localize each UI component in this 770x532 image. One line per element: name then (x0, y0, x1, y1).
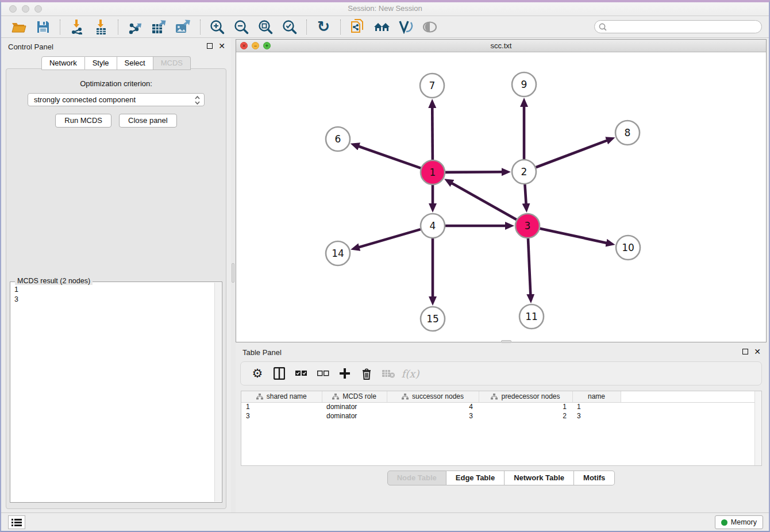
table-cell[interactable]: 3 (241, 411, 322, 421)
delete-table-icon[interactable] (380, 365, 397, 382)
save-session-icon[interactable] (35, 19, 51, 35)
table-cell[interactable]: dominator (322, 411, 387, 421)
graph-node-7[interactable]: 7 (420, 74, 444, 98)
homes-icon[interactable] (374, 19, 390, 35)
float-table-panel-icon[interactable] (742, 349, 748, 354)
close-panel-button[interactable]: Close panel (119, 114, 177, 128)
graph-node-8[interactable]: 8 (615, 121, 640, 145)
graph-edge-3-10[interactable] (540, 229, 607, 243)
select-all-icon[interactable] (292, 365, 310, 382)
clone-network-icon[interactable] (349, 19, 365, 35)
zoom-out-icon[interactable] (233, 19, 249, 35)
tab-node-table[interactable]: Node Table (387, 471, 446, 485)
export-table-icon[interactable] (151, 19, 167, 35)
tab-select[interactable]: Select (117, 56, 153, 70)
search-input[interactable] (594, 20, 762, 33)
memory-button[interactable]: Memory (715, 515, 763, 529)
run-mcds-button[interactable]: Run MCDS (55, 114, 111, 128)
network-graph[interactable]: 7968124314101511 (236, 52, 768, 342)
graph-node-4[interactable]: 4 (421, 214, 445, 238)
column-header-successor-nodes[interactable]: successor nodes (387, 391, 479, 402)
table-row[interactable]: 3dominator323 (241, 411, 761, 421)
graph-node-1[interactable]: 1 (421, 160, 445, 184)
control-panel-header: Control Panel ✕ (1, 38, 231, 55)
add-row-icon[interactable] (336, 365, 353, 382)
column-header-predecessor-nodes[interactable]: predecessor nodes (479, 391, 572, 402)
svg-text:7: 7 (429, 80, 436, 91)
import-table-icon[interactable] (93, 19, 109, 35)
graph-node-11[interactable]: 11 (519, 304, 544, 329)
open-file-icon[interactable] (11, 19, 27, 35)
table-cell[interactable]: 2 (479, 411, 572, 421)
table-header-row: shared name MCDS role successor nodes pr… (241, 391, 761, 402)
tab-style[interactable]: Style (85, 56, 117, 70)
vizmapper-icon[interactable] (398, 19, 414, 35)
table-cell[interactable]: 3 (572, 411, 621, 421)
table-cell-empty (621, 402, 761, 411)
zoom-in-icon[interactable] (209, 19, 225, 35)
graph-edge-4-14[interactable] (359, 229, 421, 248)
graph-node-9[interactable]: 9 (512, 72, 536, 97)
columns-icon[interactable] (271, 365, 288, 382)
graph-edge-1-6[interactable] (358, 146, 421, 168)
graph-node-2[interactable]: 2 (512, 160, 536, 184)
graph-edge-1-7[interactable] (432, 107, 433, 160)
graph-node-3[interactable]: 3 (515, 214, 540, 238)
main-area: Control Panel ✕ Network Style Select MCD… (1, 38, 769, 512)
refresh-icon[interactable]: ↻ (315, 19, 332, 35)
graph-edge-1-2[interactable] (445, 172, 503, 172)
graph-edge-2-3[interactable] (525, 184, 526, 205)
deselect-all-icon[interactable] (314, 365, 332, 382)
table-cell[interactable]: 3 (387, 411, 479, 421)
task-history-button[interactable] (8, 515, 25, 529)
network-window-title: scc.txt (236, 41, 766, 50)
graph-node-10[interactable]: 10 (616, 236, 640, 260)
table-row[interactable]: 1dominator411 (241, 402, 761, 411)
column-header-name[interactable]: name (572, 391, 621, 402)
graph-node-15[interactable]: 15 (421, 307, 445, 331)
criterion-dropdown[interactable]: strongly connected component (28, 93, 205, 106)
column-header-mcds-role[interactable]: MCDS role (322, 391, 387, 402)
gear-icon[interactable]: ⚙ (249, 365, 266, 382)
zoom-fit-icon[interactable] (257, 19, 274, 35)
graph-edge-3-11[interactable] (528, 238, 530, 295)
close-panel-icon[interactable]: ✕ (218, 42, 225, 50)
function-builder-icon[interactable]: f(x) (402, 365, 419, 382)
zoom-selected-icon[interactable] (282, 19, 298, 35)
tab-edge-table[interactable]: Edge Table (446, 471, 505, 485)
node-table[interactable]: shared name MCDS role successor nodes pr… (241, 391, 762, 466)
toolbar-separator (200, 20, 201, 34)
column-header-shared-name[interactable]: shared name (241, 391, 322, 402)
graph-edge-3-1[interactable] (451, 183, 517, 219)
table-cell[interactable]: dominator (322, 402, 387, 411)
table-cell[interactable]: 1 (572, 402, 621, 411)
table-cell[interactable]: 4 (387, 402, 479, 411)
import-network-icon[interactable] (69, 19, 85, 35)
result-scrollbar[interactable] (214, 283, 221, 502)
tab-motifs[interactable]: Motifs (574, 471, 615, 485)
graph-node-14[interactable]: 14 (326, 241, 350, 265)
float-panel-icon[interactable] (207, 43, 213, 49)
tab-mcds[interactable]: MCDS (153, 56, 191, 70)
close-table-panel-icon[interactable]: ✕ (754, 348, 761, 356)
graph-node-6[interactable]: 6 (326, 127, 350, 151)
splitter-grip[interactable] (232, 263, 234, 283)
window-title: Session: New Session (1, 4, 769, 13)
network-canvas[interactable]: 7968124314101511 (236, 52, 766, 342)
flatten-icon (491, 394, 498, 400)
tab-network[interactable]: Network (41, 56, 85, 70)
table-cell[interactable]: 1 (479, 402, 572, 411)
table-scrollbar[interactable] (754, 391, 761, 465)
export-network-icon[interactable] (127, 19, 143, 35)
vertical-splitter[interactable] (231, 38, 236, 512)
eye-icon[interactable] (422, 19, 438, 35)
horizontal-splitter-grip[interactable] (501, 340, 511, 343)
mcds-result-text[interactable]: 1 3 (11, 283, 214, 502)
tab-network-table[interactable]: Network Table (505, 471, 574, 485)
delete-row-icon[interactable] (358, 365, 375, 382)
export-image-icon[interactable] (175, 19, 191, 35)
search-box (594, 20, 762, 33)
svg-text:2: 2 (521, 166, 528, 178)
table-cell[interactable]: 1 (241, 402, 322, 411)
graph-edge-2-8[interactable] (536, 140, 608, 167)
